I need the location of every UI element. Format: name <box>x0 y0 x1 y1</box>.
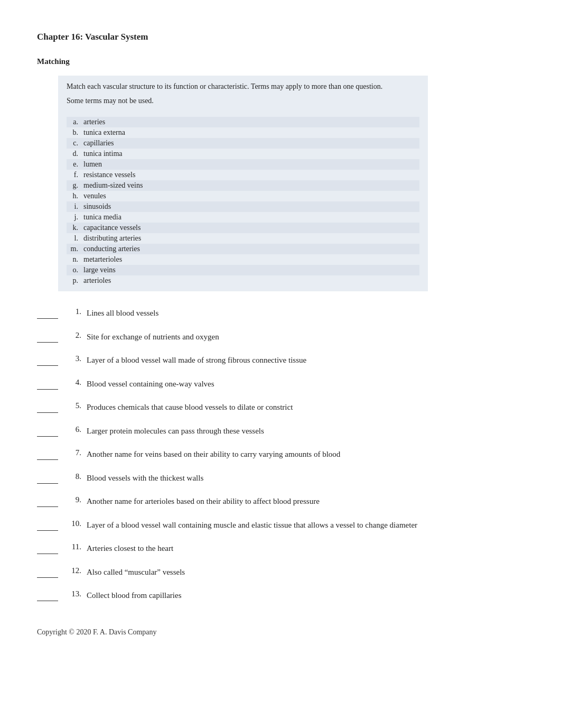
term-letter: i. <box>67 202 81 211</box>
question-row: 13.Collect blood from capillaries <box>37 589 524 602</box>
question-row: 1.Lines all blood vessels <box>37 307 524 319</box>
term-row: g.medium-sized veins <box>67 180 419 191</box>
term-text: arterioles <box>81 277 111 285</box>
question-number: 12. <box>67 566 81 575</box>
instructions-line2: Some terms may not be used. <box>67 95 419 106</box>
question-text: Blood vessels with the thickest walls <box>87 472 524 484</box>
page-title: Chapter 16: Vascular System <box>37 32 524 42</box>
term-row: a.arteries <box>67 117 419 127</box>
term-letter: k. <box>67 224 81 232</box>
term-letter: l. <box>67 234 81 243</box>
term-row: i.sinusoids <box>67 201 419 212</box>
question-number: 1. <box>67 307 81 316</box>
term-row: b.tunica externa <box>67 127 419 138</box>
question-text: Blood vessel containing one-way valves <box>87 378 524 390</box>
term-text: conducting arteries <box>81 245 140 253</box>
question-text: Another name for arterioles based on the… <box>87 495 524 508</box>
term-row: h.venules <box>67 191 419 201</box>
answer-blank[interactable] <box>37 309 58 319</box>
answer-blank[interactable] <box>37 380 58 390</box>
question-number: 5. <box>67 401 81 410</box>
question-row: 6.Larger protein molecules can pass thro… <box>37 425 524 437</box>
term-row: o.large veins <box>67 265 419 275</box>
term-letter: b. <box>67 128 81 137</box>
term-letter: h. <box>67 192 81 200</box>
questions-list: 1.Lines all blood vessels2.Site for exch… <box>37 307 524 602</box>
question-text: Layer of a blood vessel wall containing … <box>87 519 524 531</box>
term-text: sinusoids <box>81 202 111 211</box>
section-label: Matching <box>37 57 524 66</box>
term-row: p.arterioles <box>67 275 419 286</box>
term-row: j.tunica media <box>67 212 419 223</box>
question-number: 13. <box>67 589 81 598</box>
term-row: f.resistance vessels <box>67 170 419 180</box>
question-row: 7.Another name for veins based on their … <box>37 448 524 460</box>
term-letter: p. <box>67 277 81 285</box>
term-text: medium-sized veins <box>81 181 143 190</box>
question-row: 8.Blood vessels with the thickest walls <box>37 472 524 484</box>
term-letter: n. <box>67 255 81 264</box>
answer-blank[interactable] <box>37 427 58 437</box>
term-row: l.distributing arteries <box>67 233 419 244</box>
question-number: 9. <box>67 495 81 504</box>
question-row: 2.Site for exchange of nutrients and oxy… <box>37 331 524 343</box>
answer-blank[interactable] <box>37 450 58 460</box>
term-text: metarterioles <box>81 255 122 264</box>
term-row: k.capacitance vessels <box>67 223 419 233</box>
question-row: 4.Blood vessel containing one-way valves <box>37 378 524 390</box>
term-letter: d. <box>67 150 81 158</box>
answer-blank[interactable] <box>37 592 58 601</box>
question-number: 10. <box>67 519 81 528</box>
term-row: e.lumen <box>67 159 419 170</box>
term-letter: f. <box>67 171 81 179</box>
answer-blank[interactable] <box>37 356 58 366</box>
term-row: d.tunica intima <box>67 149 419 159</box>
answer-blank[interactable] <box>37 403 58 413</box>
term-text: tunica media <box>81 213 121 222</box>
question-row: 3.Layer of a blood vessel wall made of s… <box>37 354 524 366</box>
term-letter: e. <box>67 160 81 169</box>
question-row: 10.Layer of a blood vessel wall containi… <box>37 519 524 531</box>
term-text: resistance vessels <box>81 171 135 179</box>
answer-blank[interactable] <box>37 545 58 554</box>
question-text: Larger protein molecules can pass throug… <box>87 425 524 437</box>
term-row: n.metarterioles <box>67 254 419 265</box>
question-text: Layer of a blood vessel wall made of str… <box>87 354 524 366</box>
question-row: 5.Produces chemicals that cause blood ve… <box>37 401 524 413</box>
question-text: Lines all blood vessels <box>87 307 524 319</box>
term-letter: j. <box>67 213 81 222</box>
question-text: Site for exchange of nutrients and oxyge… <box>87 331 524 343</box>
question-number: 4. <box>67 378 81 387</box>
answer-blank[interactable] <box>37 521 58 531</box>
term-text: large veins <box>81 266 116 274</box>
terms-list: a.arteriesb.tunica externac.capillariesd… <box>58 117 428 291</box>
answer-blank[interactable] <box>37 333 58 343</box>
term-letter: m. <box>67 245 81 253</box>
term-text: arteries <box>81 118 105 126</box>
answer-blank[interactable] <box>37 474 58 484</box>
term-text: venules <box>81 192 106 200</box>
question-text: Collect blood from capillaries <box>87 589 524 602</box>
question-row: 12.Also called “muscular” vessels <box>37 566 524 578</box>
term-text: capillaries <box>81 139 114 148</box>
term-text: tunica externa <box>81 128 125 137</box>
copyright: Copyright © 2020 F. A. Davis Company <box>37 628 524 637</box>
answer-blank[interactable] <box>37 568 58 578</box>
term-text: lumen <box>81 160 102 169</box>
term-text: tunica intima <box>81 150 122 158</box>
question-number: 3. <box>67 354 81 363</box>
term-letter: a. <box>67 118 81 126</box>
question-text: Arteries closest to the heart <box>87 542 524 555</box>
answer-blank[interactable] <box>37 497 58 507</box>
question-number: 2. <box>67 331 81 340</box>
question-number: 7. <box>67 448 81 457</box>
question-text: Another name for veins based on their ab… <box>87 448 524 460</box>
question-text: Also called “muscular” vessels <box>87 566 524 578</box>
question-row: 9.Another name for arterioles based on t… <box>37 495 524 508</box>
term-text: capacitance vessels <box>81 224 141 232</box>
question-row: 11.Arteries closest to the heart <box>37 542 524 555</box>
term-letter: g. <box>67 181 81 190</box>
term-letter: c. <box>67 139 81 148</box>
term-row: m.conducting arteries <box>67 244 419 254</box>
term-text: distributing arteries <box>81 234 141 243</box>
